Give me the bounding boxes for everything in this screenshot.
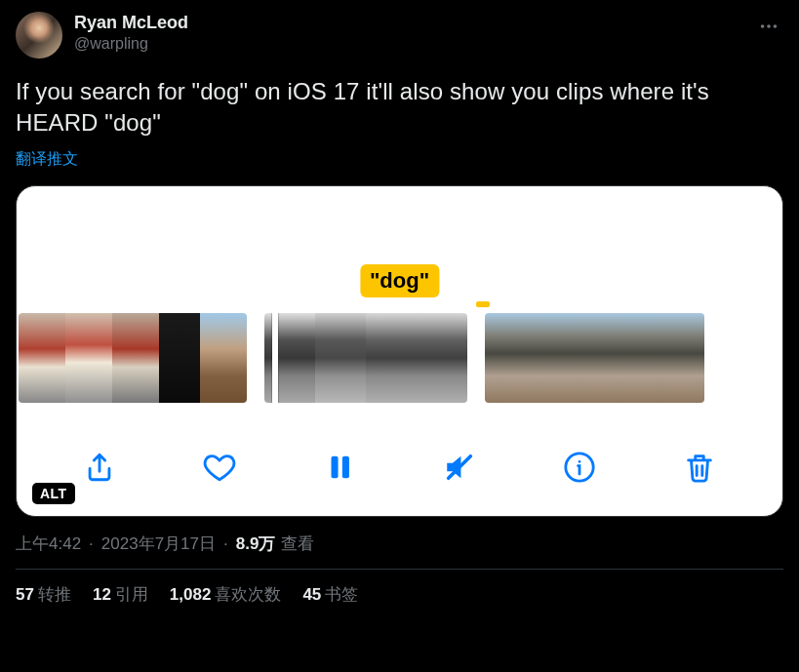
trash-icon xyxy=(683,451,716,484)
tweet-time[interactable]: 上午4:42 xyxy=(16,533,81,555)
clip-thumbnail xyxy=(200,313,247,403)
separator-dot xyxy=(221,534,230,554)
alt-badge[interactable]: ALT xyxy=(32,483,75,504)
svg-point-1 xyxy=(767,24,771,28)
clip-group[interactable] xyxy=(264,313,467,403)
stat-label: 喜欢次数 xyxy=(215,585,281,604)
more-horizontal-icon xyxy=(758,16,779,37)
pause-button[interactable] xyxy=(318,446,361,489)
stat-count: 57 xyxy=(16,585,34,604)
clip-thumbnail xyxy=(112,313,159,403)
author-block[interactable]: Ryan McLeod @warpling xyxy=(74,12,188,55)
retweets-stat[interactable]: 57转推 xyxy=(16,583,71,606)
media-attachment[interactable]: "dog" xyxy=(16,185,783,517)
likes-stat[interactable]: 1,082喜欢次数 xyxy=(170,583,282,606)
clip-thumbnail xyxy=(617,313,660,403)
mute-button[interactable] xyxy=(438,446,481,489)
clip-group[interactable] xyxy=(485,313,704,403)
svg-point-0 xyxy=(761,24,765,28)
svg-rect-4 xyxy=(342,455,349,478)
more-options-button[interactable] xyxy=(754,12,783,45)
stat-label: 书签 xyxy=(325,585,358,604)
clip-thumbnail xyxy=(660,313,704,403)
views-label: 查看 xyxy=(281,533,314,555)
like-button[interactable] xyxy=(198,446,241,489)
tweet-meta: 上午4:42 2023年7月17日 8.9万 查看 xyxy=(16,533,783,555)
tweet-date[interactable]: 2023年7月17日 xyxy=(101,533,216,555)
video-timeline[interactable] xyxy=(17,313,782,403)
clip-thumbnail xyxy=(65,313,112,403)
search-term-chip: "dog" xyxy=(360,264,439,297)
info-icon xyxy=(563,451,596,484)
speaker-muted-icon xyxy=(443,451,476,484)
clip-thumbnail xyxy=(19,313,65,403)
translate-link[interactable]: 翻译推文 xyxy=(16,149,78,170)
display-name: Ryan McLeod xyxy=(74,12,188,34)
delete-button[interactable] xyxy=(678,446,721,489)
clip-thumbnail xyxy=(315,313,366,403)
stat-count: 1,082 xyxy=(170,585,212,604)
heart-icon xyxy=(203,451,236,484)
tweet-text: If you search for "dog" on iOS 17 it'll … xyxy=(16,76,783,139)
views-count[interactable]: 8.9万 xyxy=(236,533,276,555)
clip-thumbnail xyxy=(417,313,467,403)
clip-thumbnail xyxy=(529,313,573,403)
handle: @warpling xyxy=(74,34,188,55)
media-toolbar xyxy=(17,440,782,494)
clip-thumbnail xyxy=(366,313,417,403)
playhead[interactable] xyxy=(272,313,278,403)
quotes-stat[interactable]: 12引用 xyxy=(93,583,148,606)
avatar[interactable] xyxy=(16,12,62,59)
stat-count: 45 xyxy=(302,585,321,604)
svg-rect-3 xyxy=(332,455,339,478)
stat-label: 引用 xyxy=(115,585,148,604)
svg-point-2 xyxy=(774,24,778,28)
separator-dot xyxy=(87,534,96,554)
marker-tick xyxy=(476,301,490,307)
stat-label: 转推 xyxy=(38,585,71,604)
bookmarks-stat[interactable]: 45书签 xyxy=(302,583,358,606)
share-button[interactable] xyxy=(78,446,121,489)
divider xyxy=(16,569,783,570)
stat-count: 12 xyxy=(93,585,111,604)
clip-group[interactable] xyxy=(19,313,247,403)
info-button[interactable] xyxy=(558,446,601,489)
clip-thumbnail xyxy=(159,313,200,403)
share-icon xyxy=(83,451,116,484)
clip-thumbnail xyxy=(485,313,529,403)
pause-icon xyxy=(323,451,356,484)
tweet-header: Ryan McLeod @warpling xyxy=(16,12,783,59)
clip-thumbnail xyxy=(573,313,617,403)
engagement-stats: 57转推 12引用 1,082喜欢次数 45书签 xyxy=(16,583,783,606)
